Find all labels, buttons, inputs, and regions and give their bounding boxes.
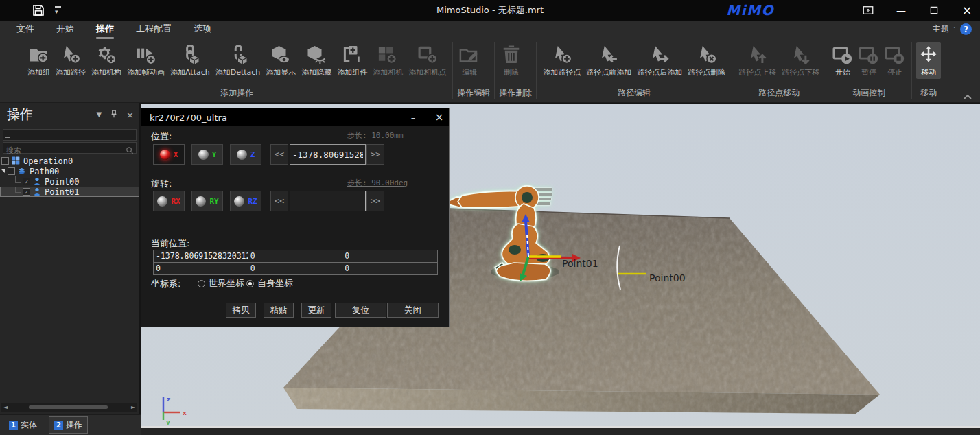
close-button[interactable]: × bbox=[959, 3, 975, 18]
ribbon-button-添加机构[interactable]: 添加机构 bbox=[89, 42, 124, 79]
tree-item-Path00[interactable]: Path00 bbox=[0, 166, 139, 176]
filter-field[interactable] bbox=[3, 129, 137, 141]
point00-label[interactable]: Point00 bbox=[649, 272, 686, 283]
position-step-label[interactable]: 步长: 10.00mm bbox=[347, 130, 404, 141]
tree-checkbox[interactable]: ✓ bbox=[23, 188, 30, 196]
ribbon-button-添加路径[interactable]: 添加路径 bbox=[54, 42, 88, 79]
ribbon-button-添加路径点[interactable]: 添加路径点 bbox=[541, 42, 583, 79]
scroll-right-icon[interactable]: ► bbox=[129, 404, 137, 410]
save-icon[interactable] bbox=[32, 3, 45, 17]
expander-icon[interactable] bbox=[1, 169, 5, 173]
horizontal-scrollbar[interactable]: ◄ ► bbox=[1, 403, 137, 412]
axis-indicator-ball bbox=[157, 196, 167, 207]
panel-close-icon[interactable]: × bbox=[126, 110, 134, 119]
ribbon-button-添加帧动画[interactable]: 添加帧动画 bbox=[125, 42, 167, 79]
ribbon-collapse-icon[interactable] bbox=[962, 91, 973, 99]
ribbon-button-路径点删除[interactable]: 路径点删除 bbox=[686, 42, 727, 79]
ribbon-button-路径点后添加[interactable]: 路径点后添加 bbox=[635, 42, 684, 79]
ribbon-button-label: 停止 bbox=[887, 67, 902, 78]
ribbon-button-开始[interactable]: 开始 bbox=[830, 42, 855, 79]
coord-radio-世界坐标[interactable]: 世界坐标 bbox=[198, 277, 244, 290]
cursor-before-icon bbox=[598, 45, 619, 65]
ribbon-button-编辑[interactable]: 编辑 bbox=[457, 42, 482, 79]
menu-tab-工程配置[interactable]: 工程配置 bbox=[135, 20, 173, 39]
dialog-button-粘贴[interactable]: 粘贴 bbox=[264, 303, 294, 318]
ribbon-button-添加Attach[interactable]: 添加Attach bbox=[168, 42, 212, 79]
coord-radio-自身坐标[interactable]: 自身坐标 bbox=[246, 277, 293, 290]
dialog-close-icon[interactable]: × bbox=[434, 111, 445, 124]
ribbon-button-暂停[interactable]: 暂停 bbox=[856, 42, 881, 79]
point01-label[interactable]: Point01 bbox=[562, 258, 598, 269]
robot-position-dialog[interactable]: kr270r2700_ultra – × 位置: 步长: 10.00mm XYZ… bbox=[141, 108, 450, 327]
rotation-axis-button-RZ[interactable]: RZ bbox=[230, 191, 261, 211]
pin-icon[interactable] bbox=[110, 110, 118, 119]
quick-access-caret-icon[interactable]: ▾ bbox=[55, 6, 61, 15]
position-step-forward-button[interactable]: >> bbox=[366, 144, 384, 165]
theme-menu[interactable]: 主题 bbox=[933, 23, 949, 35]
tree-item-Point00[interactable]: ✓Point00 bbox=[0, 176, 139, 187]
ribbon-button-添加组[interactable]: 添加组 bbox=[25, 42, 52, 79]
menu-tab-选项[interactable]: 选项 bbox=[192, 20, 213, 39]
tree-checkbox[interactable] bbox=[8, 167, 15, 175]
position-step-back-button[interactable]: << bbox=[270, 144, 288, 165]
ribbon-button-路径点前添加[interactable]: 路径点前添加 bbox=[584, 42, 633, 79]
search-field[interactable] bbox=[3, 142, 137, 154]
ribbon-button-label: 路径点下移 bbox=[782, 67, 819, 78]
ribbon-button-路径点下移[interactable]: 路径点下移 bbox=[780, 42, 821, 79]
ribbon-button-label: 添加显示 bbox=[266, 67, 296, 78]
dock-window-icon[interactable] bbox=[861, 3, 876, 18]
ribbon-button-添加相机点[interactable]: 添加相机点 bbox=[406, 42, 448, 79]
search-input[interactable] bbox=[3, 145, 136, 156]
menu-tab-操作[interactable]: 操作 bbox=[95, 20, 115, 39]
help-icon[interactable]: ? bbox=[960, 23, 972, 35]
panel-menu-caret-icon[interactable]: ▼ bbox=[96, 111, 102, 118]
ribbon-button-添加组件[interactable]: 添加组件 bbox=[335, 42, 369, 79]
rotation-value-input[interactable] bbox=[290, 191, 366, 211]
ribbon-button-添加隐藏[interactable]: 添加隐藏 bbox=[299, 42, 334, 79]
minimize-button[interactable]: — bbox=[894, 3, 909, 18]
anim-plus-icon bbox=[136, 45, 156, 65]
ribbon-group-添加操作: 添加组添加路径添加机构添加帧动画添加Attach添加Dettach添加显示添加隐… bbox=[23, 39, 450, 102]
position-axis-button-X[interactable]: X bbox=[153, 144, 185, 165]
menu-tab-文件[interactable]: 文件 bbox=[15, 20, 36, 39]
position-value-input[interactable] bbox=[290, 144, 366, 165]
tree-checkbox[interactable] bbox=[1, 157, 9, 165]
ribbon-button-添加Dettach[interactable]: 添加Dettach bbox=[213, 42, 263, 79]
ribbon-button-路径点上移[interactable]: 路径点上移 bbox=[736, 42, 778, 79]
scroll-left-icon[interactable]: ◄ bbox=[1, 404, 10, 410]
axis-letter: X bbox=[174, 150, 178, 159]
tab-label: 操作 bbox=[66, 419, 82, 431]
scrollbar-thumb[interactable] bbox=[29, 405, 108, 409]
filter-input[interactable] bbox=[3, 132, 136, 143]
tree-checkbox[interactable]: ✓ bbox=[23, 178, 30, 185]
rotation-step-forward-button[interactable]: >> bbox=[366, 191, 384, 211]
axis-indicator-ball bbox=[234, 196, 244, 207]
dialog-button-复位[interactable]: 复位 bbox=[335, 303, 386, 318]
tree-item-Operation0[interactable]: Operation0 bbox=[0, 156, 139, 166]
tree-item-Point01[interactable]: ✓Point01 bbox=[0, 187, 139, 197]
panel-tab-实体[interactable]: 1实体 bbox=[4, 417, 42, 433]
tree-connector bbox=[15, 176, 21, 183]
position-axis-button-Y[interactable]: Y bbox=[191, 144, 223, 165]
dialog-title-bar[interactable]: kr270r2700_ultra – × bbox=[141, 108, 449, 126]
rotation-step-back-button[interactable]: << bbox=[270, 191, 288, 211]
ribbon-button-移动[interactable]: 移动 bbox=[916, 42, 941, 79]
ribbon-button-删除[interactable]: 删除 bbox=[499, 42, 524, 79]
dialog-button-拷贝[interactable]: 拷贝 bbox=[226, 303, 256, 318]
maximize-button[interactable] bbox=[926, 3, 942, 18]
chevron-down-icon[interactable]: ˅ bbox=[953, 26, 957, 33]
ribbon-button-停止[interactable]: 停止 bbox=[883, 42, 907, 79]
dialog-button-关闭[interactable]: 关闭 bbox=[387, 303, 439, 318]
rotation-axis-button-RX[interactable]: RX bbox=[153, 191, 185, 211]
ribbon-button-添加相机[interactable]: 添加相机 bbox=[371, 42, 405, 79]
dialog-minimize-icon[interactable]: – bbox=[408, 113, 419, 123]
position-axis-button-Z[interactable]: Z bbox=[230, 144, 261, 165]
panel-tab-操作[interactable]: 2操作 bbox=[49, 416, 88, 434]
ribbon-button-添加显示[interactable]: 添加显示 bbox=[264, 42, 298, 79]
cube-eye-closed-icon bbox=[306, 45, 327, 65]
rotation-step-label[interactable]: 步长: 90.00deg bbox=[347, 178, 408, 188]
ribbon-group-label: 添加操作 bbox=[25, 85, 448, 102]
menu-tab-开始[interactable]: 开始 bbox=[55, 20, 75, 39]
rotation-axis-button-RY[interactable]: RY bbox=[191, 191, 223, 211]
dialog-button-更新[interactable]: 更新 bbox=[301, 303, 331, 318]
